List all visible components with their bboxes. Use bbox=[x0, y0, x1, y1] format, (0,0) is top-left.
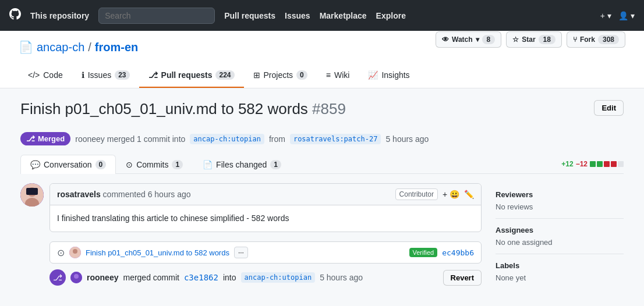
commit-author-avatar bbox=[69, 247, 81, 258]
tab-wiki[interactable]: ≡ Wiki bbox=[317, 63, 359, 88]
star-count: 18 bbox=[539, 35, 555, 44]
labels-section: Labels None yet bbox=[496, 254, 624, 289]
commenter-avatar bbox=[20, 183, 44, 207]
repo-tabs: </> Code ℹ Issues 23 ⎇ Pull requests 224… bbox=[19, 63, 625, 88]
merged-bar: ⎇ Merged rooneey merged 1 commit into an… bbox=[20, 132, 624, 145]
pr-title-row: Finish p01_ch05_01_univ.md to 582 words … bbox=[20, 100, 624, 126]
verified-badge: Verified bbox=[409, 248, 438, 257]
edit-comment-button[interactable]: ✏️ bbox=[464, 190, 474, 199]
pr-body: rosatravels commented 6 hours ago Contri… bbox=[20, 183, 624, 289]
emoji-reaction-button[interactable]: + 😀 bbox=[443, 190, 459, 199]
diff-add: +12 bbox=[561, 160, 573, 168]
issues-nav-link[interactable]: Issues bbox=[285, 11, 310, 20]
merge-actor[interactable]: rooneey bbox=[87, 273, 118, 282]
fork-count: 308 bbox=[598, 35, 619, 44]
diff-summary: +12 −12 bbox=[561, 160, 624, 168]
pull-requests-nav-link[interactable]: Pull requests bbox=[224, 11, 275, 20]
diff-bar-5 bbox=[618, 161, 624, 167]
commit-row: ⊙ Finish p01_ch05_01_univ.md to 582 word… bbox=[49, 241, 482, 264]
diff-bar-3 bbox=[604, 161, 610, 167]
comment-actions: Contributor + 😀 ✏️ bbox=[395, 188, 474, 200]
repo-owner-link[interactable]: ancap-ch bbox=[37, 41, 84, 54]
edit-button[interactable]: Edit bbox=[594, 100, 624, 116]
tab-issues[interactable]: ℹ Issues 23 bbox=[72, 63, 139, 88]
merge-commit-ref[interactable]: c3e1862 bbox=[184, 273, 218, 282]
pr-tabs: 💬 Conversation 0 ⊙ Commits 1 📄 Files cha… bbox=[20, 155, 624, 174]
pr-main: rosatravels commented 6 hours ago Contri… bbox=[20, 183, 482, 289]
contributor-badge: Contributor bbox=[395, 188, 438, 200]
diff-bars bbox=[590, 161, 624, 167]
commit-arrow-icon: ⊙ bbox=[57, 247, 65, 258]
commit-dots-button[interactable]: ··· bbox=[234, 247, 248, 258]
github-logo-icon[interactable] bbox=[9, 8, 21, 23]
marketplace-nav-link[interactable]: Marketplace bbox=[320, 11, 367, 20]
assignees-section: Assignees No one assigned bbox=[496, 219, 624, 254]
labels-value: None yet bbox=[496, 273, 624, 282]
projects-count: 0 bbox=[296, 70, 307, 80]
tab-insights[interactable]: 📈 Insights bbox=[359, 63, 419, 88]
base-branch-link[interactable]: ancap-ch:utopian bbox=[190, 134, 264, 144]
assignees-value: No one assigned bbox=[496, 238, 624, 247]
comment-box: rosatravels commented 6 hours ago Contri… bbox=[49, 183, 482, 232]
comment-header: rosatravels commented 6 hours ago Contri… bbox=[50, 184, 481, 205]
watch-button[interactable]: 👁 Watch ▾ 8 bbox=[436, 31, 501, 48]
tab-code[interactable]: </> Code bbox=[19, 63, 72, 88]
pull-requests-count: 224 bbox=[215, 70, 234, 80]
diff-bar-2 bbox=[597, 161, 603, 167]
pr-tab-files-changed[interactable]: 📄 Files changed 1 bbox=[193, 155, 291, 174]
merged-badge: ⎇ Merged bbox=[20, 132, 70, 145]
revert-button[interactable]: Revert bbox=[443, 270, 482, 286]
comment-author[interactable]: rosatravels bbox=[57, 190, 101, 199]
navbar-right: + ▾ 👤 ▾ bbox=[600, 11, 635, 20]
star-button[interactable]: ☆ Star 18 bbox=[506, 31, 562, 48]
repo-header: 📄 ancap-ch / from-en 👁 Watch ▾ 8 ☆ Star … bbox=[0, 31, 644, 88]
pr-number: #859 bbox=[312, 100, 346, 118]
pr-tab-commits[interactable]: ⊙ Commits 1 bbox=[116, 155, 193, 174]
reviewers-value: No reviews bbox=[496, 202, 624, 211]
pr-title: Finish p01_ch05_01_univ.md to 582 words … bbox=[20, 100, 346, 118]
repo-name-link[interactable]: from-en bbox=[95, 41, 138, 54]
svg-rect-3 bbox=[26, 188, 38, 195]
svg-point-7 bbox=[74, 274, 79, 279]
comment-body: I finished translating this article to c… bbox=[50, 205, 481, 232]
add-button[interactable]: + ▾ bbox=[600, 11, 611, 20]
pr-tab-conversation[interactable]: 💬 Conversation 0 bbox=[20, 155, 116, 174]
conversation-count: 0 bbox=[95, 160, 107, 169]
watch-count: 8 bbox=[482, 35, 496, 44]
tab-pull-requests[interactable]: ⎇ Pull requests 224 bbox=[139, 63, 244, 88]
navbar: This repository Pull requests Issues Mar… bbox=[0, 0, 644, 31]
diff-bar-1 bbox=[590, 161, 596, 167]
merge-row: ⎇ rooneey merged commit c3e1862 into anc… bbox=[49, 269, 482, 286]
search-input[interactable] bbox=[98, 8, 215, 24]
repo-path: 📄 ancap-ch / from-en bbox=[19, 40, 138, 54]
diff-bar-4 bbox=[611, 161, 617, 167]
reviewers-title: Reviewers bbox=[496, 190, 624, 199]
pr-sidebar: Reviewers No reviews Assignees No one as… bbox=[496, 183, 624, 289]
svg-point-5 bbox=[73, 249, 77, 254]
assignees-title: Assignees bbox=[496, 226, 624, 234]
labels-title: Labels bbox=[496, 261, 624, 270]
commit-message[interactable]: Finish p01_ch05_01_univ.md to 582 words bbox=[86, 248, 229, 257]
commits-count: 1 bbox=[172, 160, 183, 169]
merge-branch-link[interactable]: ancap-ch:utopian bbox=[241, 272, 316, 283]
head-branch-link[interactable]: rosatravels:patch-27 bbox=[290, 134, 381, 144]
merge-icon: ⎇ bbox=[49, 269, 66, 286]
fork-button[interactable]: ⑂ Fork 308 bbox=[567, 31, 625, 48]
reviewers-section: Reviewers No reviews bbox=[496, 183, 624, 219]
this-repository-link[interactable]: This repository bbox=[30, 11, 89, 20]
explore-nav-link[interactable]: Explore bbox=[376, 11, 406, 20]
commit-hash[interactable]: ec49bb6 bbox=[442, 248, 474, 257]
tab-projects[interactable]: ⊞ Projects 0 bbox=[244, 63, 317, 88]
repo-actions: 👁 Watch ▾ 8 ☆ Star 18 ⑂ Fork 308 bbox=[436, 31, 625, 48]
user-menu-button[interactable]: 👤 ▾ bbox=[618, 11, 635, 20]
diff-remove: −12 bbox=[576, 160, 588, 168]
comment-action-time: commented 6 hours ago bbox=[103, 190, 191, 199]
main-content: Finish p01_ch05_01_univ.md to 582 words … bbox=[2, 88, 642, 301]
issues-count: 23 bbox=[115, 70, 129, 80]
comment-thread: rosatravels commented 6 hours ago Contri… bbox=[20, 183, 482, 232]
files-changed-count: 1 bbox=[270, 160, 281, 169]
merge-author-avatar bbox=[70, 272, 82, 283]
